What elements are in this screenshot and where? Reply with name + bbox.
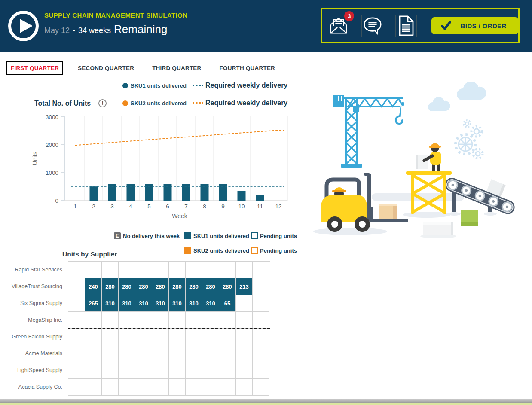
supplier-row-label: Acacia Supply Co.	[0, 384, 62, 390]
tab-quarter-3[interactable]: THIRD QUARTER	[149, 62, 205, 74]
sku1-pending-label: Pending units	[260, 233, 297, 239]
y-axis-title: Units	[31, 152, 38, 165]
play-icon	[8, 10, 39, 42]
supplier-cell-megaship-w5	[135, 312, 152, 329]
legend-sku1-delivered: SKU1 units delivered	[184, 232, 249, 239]
tab-quarter-4[interactable]: FOURTH QUARTER	[216, 62, 279, 74]
supplier-cell-megaship-w10	[219, 312, 236, 329]
supplier-cell-villagetrust-w12	[253, 278, 269, 295]
supplier-cell-six-w1	[68, 295, 85, 312]
supplier-cell-megaship-w2	[85, 312, 102, 329]
supplier-cell-lightspeed-w9	[202, 362, 219, 379]
horizontal-scrollbar[interactable]	[0, 399, 532, 403]
supplier-cell-acme-w8	[186, 345, 202, 362]
gears-icon	[456, 120, 483, 158]
supplier-cell-lightspeed-w2	[85, 362, 102, 379]
supplier-cell-rapid-w8	[186, 262, 202, 278]
supplier-cell-green-w9	[202, 329, 219, 345]
legend-sku1-label: SKU1 units delivered	[131, 82, 187, 89]
supplier-cell-acacia-w12	[253, 379, 269, 396]
x-tick-label-week-8: 8	[203, 203, 206, 210]
chart-title-wrap: Total No. of Units !	[34, 99, 107, 107]
y-tick-label: 0	[55, 198, 58, 204]
legend-required-sku2-label: Required weekly delivery	[205, 99, 287, 107]
conveyor-icon	[443, 164, 518, 216]
supplier-cell-rapid-w1	[68, 262, 85, 278]
supplier-cell-rapid-w5	[135, 262, 152, 278]
crane-icon	[333, 95, 404, 168]
supplier-cell-lightspeed-w5	[135, 362, 152, 379]
supplier-cell-lightspeed-w11	[236, 362, 253, 379]
x-tick-label-week-6: 6	[166, 203, 169, 210]
supplier-cell-green-w2	[85, 329, 102, 345]
header-subtitle: May 12 - 34 weeks Remaining	[44, 23, 187, 36]
supplier-cell-acme-w6	[152, 345, 169, 362]
check-icon	[441, 21, 451, 30]
x-tick-label-week-4: 4	[129, 203, 132, 210]
quarter-tabs: FIRST QUARTERSECOND QUARTERTHIRD QUARTER…	[6, 61, 278, 75]
supplier-cell-lightspeed-w3	[102, 362, 119, 379]
supplier-cell-six-w11	[236, 295, 253, 312]
x-tick-label-week-9: 9	[221, 203, 225, 210]
supplier-cell-villagetrust-w7: 280	[169, 278, 186, 295]
supplier-row-label: Six Sigma Supply	[0, 300, 62, 306]
supplier-cell-acacia-w4	[119, 379, 135, 396]
tab-quarter-2[interactable]: SECOND QUARTER	[74, 62, 138, 74]
chat-button[interactable]	[361, 15, 383, 37]
supplier-cell-acme-w10	[219, 345, 236, 362]
supplier-cell-villagetrust-w4: 280	[119, 278, 135, 295]
sku2-square-icon	[184, 247, 191, 254]
sku1-pending-square-icon	[251, 232, 258, 239]
x-tick-label-week-1: 1	[73, 203, 77, 210]
current-date: May 12	[44, 26, 70, 35]
alert-info-icon[interactable]: !	[98, 99, 107, 107]
legend-no-delivery: E No delivery this week	[114, 232, 180, 239]
no-delivery-icon: E	[114, 232, 121, 239]
supplier-cell-rapid-w4	[119, 262, 135, 278]
supplier-cell-acacia-w11	[236, 379, 253, 396]
legend-sku1-pending: Pending units	[251, 232, 297, 239]
y-tick-label: 3000	[46, 114, 58, 120]
mail-button[interactable]: 3	[328, 15, 349, 37]
header-titles: SUPPLY CHAIN MANAGEMENT SIMULATION May 1…	[44, 12, 187, 36]
supplier-cell-villagetrust-w10: 280	[219, 278, 236, 295]
supplier-cell-green-w7	[169, 329, 186, 345]
warehouse-illustration	[307, 82, 518, 241]
supplier-cell-six-w3: 310	[102, 295, 119, 312]
x-tick-label-week-7: 7	[184, 203, 188, 210]
bar-week-10	[238, 191, 246, 201]
supplier-cell-acme-w12	[253, 345, 269, 362]
supplier-cell-megaship-w11	[236, 312, 253, 329]
cloud-icons	[428, 82, 486, 111]
supplier-cell-villagetrust-w1	[68, 278, 85, 295]
supplier-cell-green-w8	[186, 329, 202, 345]
supplier-cell-megaship-w3	[102, 312, 119, 329]
tab-quarter-1[interactable]: FIRST QUARTER	[6, 61, 63, 75]
supplier-cell-villagetrust-w9: 280	[202, 278, 219, 295]
supplier-cell-lightspeed-w10	[219, 362, 236, 379]
supplier-cell-acacia-w1	[68, 379, 85, 396]
supplier-cell-villagetrust-w2: 240	[85, 278, 102, 295]
documents-button[interactable]	[395, 15, 417, 37]
supplier-cell-acacia-w5	[135, 379, 152, 396]
no-delivery-label: No delivery this week	[123, 233, 180, 239]
x-tick-label-week-3: 3	[110, 203, 114, 210]
supplier-cell-green-w4	[119, 329, 135, 345]
date-separator: -	[73, 26, 75, 35]
dashed-line-icon-sku1	[193, 84, 203, 87]
supplier-cell-acacia-w8	[186, 379, 202, 396]
mail-badge: 3	[344, 11, 354, 21]
play-button[interactable]	[8, 10, 39, 42]
supplier-cell-acacia-w10	[219, 379, 236, 396]
chat-icon	[363, 16, 382, 36]
x-tick-label-week-10: 10	[238, 203, 245, 210]
supplier-cell-green-w10	[219, 329, 236, 345]
supplier-cell-villagetrust-w11: 213	[236, 278, 253, 295]
document-icon	[397, 15, 415, 36]
supplier-cell-villagetrust-w3: 280	[102, 278, 119, 295]
supplier-cell-acacia-w9	[202, 379, 219, 396]
supplier-cell-six-w7: 310	[169, 295, 186, 312]
bids-order-button[interactable]: BIDS / ORDER	[431, 17, 518, 34]
sku2-pending-label: Pending units	[260, 247, 297, 254]
supplier-cell-acacia-w2	[85, 379, 102, 396]
